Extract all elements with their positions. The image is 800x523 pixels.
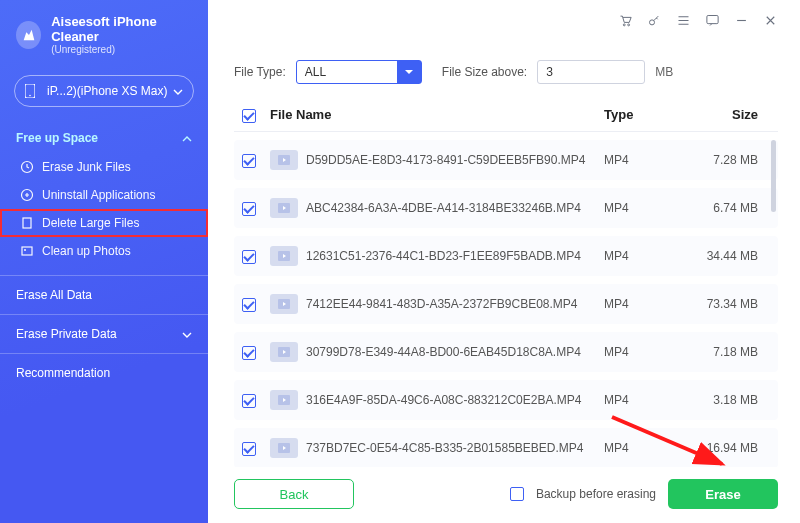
file-type: MP4 [604,393,676,407]
filters-bar: File Type: ALL File Size above: MB [234,60,778,84]
col-header-name[interactable]: File Name [270,107,604,122]
table-row[interactable]: 30799D78-E349-44A8-BD00-6EAB45D18C8A.MP4… [234,332,778,372]
svg-point-7 [623,23,625,25]
video-thumb-icon [270,150,298,170]
table-row[interactable]: ABC42384-6A3A-4DBE-A414-3184BE33246B.MP4… [234,188,778,228]
chevron-down-icon [173,84,183,98]
backup-checkbox[interactable] [510,487,524,501]
svg-point-6 [24,249,26,251]
row-checkbox[interactable] [242,442,256,456]
file-name: 737BD7EC-0E54-4C85-B335-2B01585BEBED.MP4 [306,441,604,455]
row-checkbox[interactable] [242,250,256,264]
svg-rect-5 [22,247,32,255]
backup-label: Backup before erasing [536,487,656,501]
row-checkbox[interactable] [242,394,256,408]
row-checkbox[interactable] [242,154,256,168]
row-checkbox[interactable] [242,202,256,216]
table-header: File Name Type Size [234,106,778,132]
app-title: Aiseesoft iPhone Cleaner [51,14,192,44]
row-checkbox[interactable] [242,346,256,360]
file-size-unit: MB [655,65,673,79]
file-name: D59DD5AE-E8D3-4173-8491-C59DEEB5FB90.MP4 [306,153,604,167]
video-thumb-icon [270,294,298,314]
table-row[interactable]: 7412EE44-9841-483D-A35A-2372FB9CBE08.MP4… [234,284,778,324]
menu-icon[interactable] [676,13,691,28]
key-icon[interactable] [647,13,662,28]
file-list: D59DD5AE-E8D3-4173-8491-C59DEEB5FB90.MP4… [234,140,778,467]
video-thumb-icon [270,390,298,410]
file-size: 7.28 MB [676,153,764,167]
file-icon [20,216,34,230]
file-name: 7412EE44-9841-483D-A35A-2372FB9CBE08.MP4 [306,297,604,311]
phone-icon [25,84,35,98]
file-type-label: File Type: [234,65,286,79]
select-all-checkbox[interactable] [242,109,256,123]
file-type: MP4 [604,153,676,167]
video-thumb-icon [270,438,298,458]
file-size: 73.34 MB [676,297,764,311]
app-status: (Unregistered) [51,44,192,55]
cart-icon[interactable] [618,13,633,28]
section-free-up-space[interactable]: Free up Space [0,123,208,153]
file-type-select[interactable]: ALL [296,60,422,84]
main-panel: File Type: ALL File Size above: MB File … [208,0,800,523]
file-size: 6.74 MB [676,201,764,215]
video-thumb-icon [270,246,298,266]
file-size: 7.18 MB [676,345,764,359]
nav-erase-junk-files[interactable]: Erase Junk Files [0,153,208,181]
nav-delete-large-files[interactable]: Delete Large Files [0,209,208,237]
file-size-label: File Size above: [442,65,527,79]
file-name: ABC42384-6A3A-4DBE-A414-3184BE33246B.MP4 [306,201,604,215]
nav-item-label: Delete Large Files [42,216,139,230]
sidebar: Aiseesoft iPhone Cleaner (Unregistered) … [0,0,208,523]
nav-item-label: Clean up Photos [42,244,131,258]
device-selector[interactable]: iP...2)(iPhone XS Max) [14,75,194,107]
nav-uninstall-applications[interactable]: Uninstall Applications [0,181,208,209]
file-type: MP4 [604,441,676,455]
nav-item-label: Erase Junk Files [42,160,131,174]
device-label: iP...2)(iPhone XS Max) [47,84,168,98]
nav-clean-up-photos[interactable]: Clean up Photos [0,237,208,265]
chevron-up-icon [182,131,192,145]
svg-point-1 [29,95,31,97]
file-size: 16.94 MB [676,441,764,455]
section-erase-all-data[interactable]: Erase All Data [0,280,208,310]
svg-point-8 [628,23,630,25]
col-header-size[interactable]: Size [676,107,764,122]
table-row[interactable]: 12631C51-2376-44C1-BD23-F1EE89F5BADB.MP4… [234,236,778,276]
col-header-type[interactable]: Type [604,107,676,122]
file-type: MP4 [604,345,676,359]
footer: Back Backup before erasing Erase [234,467,778,509]
minimize-icon[interactable] [734,13,749,28]
file-size-input[interactable] [537,60,645,84]
back-button[interactable]: Back [234,479,354,509]
video-thumb-icon [270,198,298,218]
photo-icon [20,244,34,258]
section-recommendation[interactable]: Recommendation [0,358,208,388]
brand: Aiseesoft iPhone Cleaner (Unregistered) [0,14,208,65]
apps-icon [20,188,34,202]
file-name: 30799D78-E349-44A8-BD00-6EAB45D18C8A.MP4 [306,345,604,359]
svg-rect-4 [23,218,31,228]
file-type: MP4 [604,201,676,215]
file-size: 3.18 MB [676,393,764,407]
titlebar [234,10,778,30]
erase-button[interactable]: Erase [668,479,778,509]
scrollbar[interactable] [771,140,776,212]
video-thumb-icon [270,342,298,362]
table-row[interactable]: 737BD7EC-0E54-4C85-B335-2B01585BEBED.MP4… [234,428,778,467]
table-row[interactable]: D59DD5AE-E8D3-4173-8491-C59DEEB5FB90.MP4… [234,140,778,180]
row-checkbox[interactable] [242,298,256,312]
table-row[interactable]: 316E4A9F-85DA-49C6-A08C-883212C0E2BA.MP4… [234,380,778,420]
svg-rect-10 [707,15,718,23]
file-type: MP4 [604,297,676,311]
dropdown-arrow-icon [397,61,421,83]
file-name: 12631C51-2376-44C1-BD23-F1EE89F5BADB.MP4 [306,249,604,263]
feedback-icon[interactable] [705,13,720,28]
section-erase-private-data[interactable]: Erase Private Data [0,319,208,349]
clock-icon [20,160,34,174]
close-icon[interactable] [763,13,778,28]
svg-point-9 [650,19,655,24]
file-name: 316E4A9F-85DA-49C6-A08C-883212C0E2BA.MP4 [306,393,604,407]
chevron-down-icon [182,327,192,341]
